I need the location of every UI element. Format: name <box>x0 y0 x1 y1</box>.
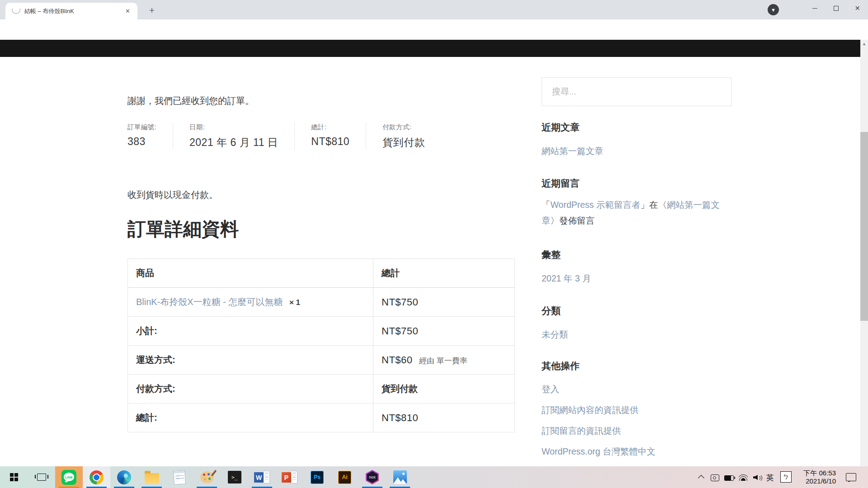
search-input[interactable] <box>542 77 731 106</box>
archives-heading: 彙整 <box>542 249 561 261</box>
order-number-value: 383 <box>127 136 156 148</box>
task-view-icon <box>37 474 46 481</box>
table-row-subtotal: 小計: NT$750 <box>128 317 515 346</box>
task-view-button[interactable] <box>28 466 55 488</box>
login-link[interactable]: 登入 <box>542 383 559 395</box>
scrollbar-thumb[interactable] <box>860 132 868 321</box>
tray-volume-icon[interactable] <box>753 474 762 481</box>
order-date-item: 日期: 2021 年 6 月 11 日 <box>173 123 294 150</box>
file-explorer-icon <box>145 473 159 484</box>
tray-battery-icon[interactable] <box>724 475 734 481</box>
powerpoint-icon: P <box>282 470 297 484</box>
taskbar-notepad-button[interactable] <box>165 466 193 488</box>
order-overview: 訂單編號: 383 日期: 2021 年 6 月 11 日 總計: NT$810… <box>127 123 441 150</box>
scroll-up-arrow[interactable]: ▲ <box>860 42 868 46</box>
tab-close-icon[interactable]: ✕ <box>123 7 133 15</box>
product-quantity: × 1 <box>289 298 300 307</box>
order-total-value: NT$810 <box>311 136 349 148</box>
product-total: NT$750 <box>382 296 418 308</box>
meta-heading: 其他操作 <box>542 360 580 372</box>
photoshop-icon: Ps <box>311 471 324 484</box>
product-column-header: 商品 <box>128 259 373 288</box>
start-button[interactable] <box>0 466 28 488</box>
payment-method-label: 付款方式: <box>382 123 425 131</box>
browser-titlebar: 結帳 – 布伶殼BlinK ✕ + ▼ ✕ <box>0 0 868 19</box>
recent-comment-item: 「WordPress 示範留言者」在〈網站第一篇文章〉發佈留言 <box>542 197 731 229</box>
paint-icon <box>200 471 214 483</box>
nox-player-icon: nox <box>365 470 380 484</box>
window-maximize-button[interactable] <box>826 0 847 16</box>
shipping-value: NT$60 <box>382 354 413 366</box>
site-favicon-icon <box>12 8 20 14</box>
tray-ime-indicator[interactable]: ㄅ <box>780 471 792 483</box>
action-center-icon[interactable] <box>846 473 856 481</box>
word-icon: W <box>254 470 270 484</box>
chrome-icon <box>90 470 104 484</box>
categories-heading: 分類 <box>542 305 561 317</box>
page-viewport: 謝謝，我們已經收到您的訂單。 訂單編號: 383 日期: 2021 年 6 月 … <box>0 40 868 466</box>
taskbar-nox-button[interactable]: nox <box>359 466 386 488</box>
subtotal-value: NT$750 <box>382 325 418 337</box>
table-header-row: 商品 總計 <box>128 259 515 288</box>
maximize-icon <box>834 6 839 11</box>
category-link[interactable]: 未分類 <box>542 328 568 341</box>
edge-icon <box>117 470 131 484</box>
sidebar: 近期文章 網站第一篇文章 近期留言 「WordPress 示範留言者」在〈網站第… <box>542 40 731 466</box>
windows-logo-icon <box>10 473 18 481</box>
recent-comments-heading: 近期留言 <box>542 177 580 190</box>
total-column-header: 總計 <box>373 259 515 288</box>
window-close-button[interactable]: ✕ <box>847 0 868 16</box>
product-link[interactable]: BlinK-布拎殼X一粒糖 - 怎麼可以無糖 <box>136 297 283 307</box>
archive-link[interactable]: 2021 年 3 月 <box>542 272 591 285</box>
comment-author-link[interactable]: WordPress 示範留言者 <box>551 200 641 210</box>
order-details-table: 商品 總計 BlinK-布拎殼X一粒糖 - 怎麼可以無糖 × 1 NT$750 … <box>127 258 515 432</box>
taskbar-edge-button[interactable] <box>110 466 138 488</box>
taskbar-chrome-button[interactable] <box>83 466 110 488</box>
tray-chevron-up-icon[interactable] <box>698 475 704 481</box>
taskbar-file-explorer-button[interactable] <box>138 466 165 488</box>
order-date-value: 2021 年 6 月 11 日 <box>189 136 278 150</box>
command-prompt-icon: >_ <box>228 471 241 483</box>
thank-you-message: 謝謝，我們已經收到您的訂單。 <box>127 95 254 107</box>
taskbar-photos-button[interactable] <box>386 466 414 488</box>
tab-title: 結帳 – 布伶殼BlinK <box>24 7 123 15</box>
payment-method-item: 付款方式: 貨到付款 <box>366 123 441 150</box>
minimize-icon <box>812 8 817 9</box>
chevron-down-icon: ▼ <box>771 7 776 13</box>
taskbar-illustrator-button[interactable]: Ai <box>331 466 359 488</box>
table-row-product: BlinK-布拎殼X一粒糖 - 怎麼可以無糖 × 1 NT$750 <box>128 288 515 317</box>
notepad-icon <box>173 470 185 485</box>
photos-icon <box>393 470 407 484</box>
page-scrollbar[interactable]: ▲ <box>860 40 868 466</box>
recent-post-link[interactable]: 網站第一篇文章 <box>542 145 604 157</box>
taskbar-line-button[interactable]: LINE <box>55 466 83 488</box>
payment-value: 貨到付款 <box>382 384 418 394</box>
shipping-method-note: 經由 單一費率 <box>419 357 467 365</box>
new-tab-button[interactable]: + <box>146 4 158 17</box>
taskbar-powerpoint-button[interactable]: P <box>276 466 303 488</box>
taskbar-photoshop-button[interactable]: Ps <box>303 466 331 488</box>
order-total-item: 總計: NT$810 <box>294 123 366 150</box>
taskbar-command-prompt-button[interactable]: >_ <box>221 466 248 488</box>
window-minimize-button[interactable] <box>804 0 826 16</box>
line-icon: LINE <box>61 470 76 485</box>
order-details-heading: 訂單詳細資料 <box>127 217 239 242</box>
taskbar-paint-button[interactable] <box>193 466 221 488</box>
tray-language-indicator[interactable]: 英 <box>766 473 774 483</box>
tab-search-button[interactable]: ▼ <box>768 4 779 15</box>
browser-tab[interactable]: 結帳 – 布伶殼BlinK ✕ <box>5 3 137 19</box>
order-date-label: 日期: <box>189 123 278 131</box>
order-total-label: 總計: <box>311 123 349 131</box>
tray-wifi-icon[interactable] <box>739 474 748 481</box>
wordpress-org-link[interactable]: WordPress.org 台灣繁體中文 <box>542 446 656 458</box>
tray-meet-now-icon[interactable] <box>711 474 719 481</box>
table-row-grand-total: 總計: NT$810 <box>128 404 515 432</box>
taskbar-word-button[interactable]: W <box>248 466 276 488</box>
close-icon: ✕ <box>855 5 860 12</box>
recent-posts-heading: 近期文章 <box>542 121 580 134</box>
tray-date: 2021/6/10 <box>806 477 836 485</box>
entries-feed-link[interactable]: 訂閱網站內容的資訊提供 <box>542 404 639 416</box>
comments-feed-link[interactable]: 訂閱留言的資訊提供 <box>542 425 621 437</box>
tray-clock[interactable]: 下午 06:53 2021/6/10 <box>797 469 836 485</box>
windows-taskbar: LINE >_ W P Ps Ai nox <box>0 466 868 488</box>
